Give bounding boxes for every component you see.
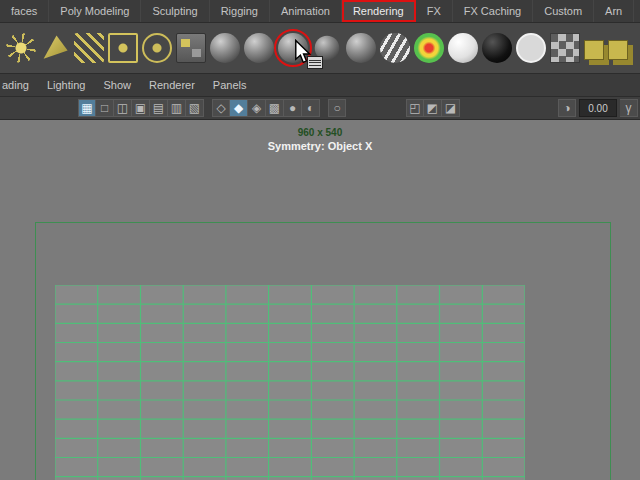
- black-material-sphere-icon[interactable]: [482, 33, 512, 63]
- shelf-overflow-stack-icon[interactable]: [584, 40, 604, 60]
- white-material-sphere-icon[interactable]: [448, 33, 478, 63]
- film-gate-icon[interactable]: □: [96, 99, 114, 117]
- shading-node-icon[interactable]: [176, 33, 206, 63]
- panel-toolbar: ▦□◫▣▤▥▧◇◆◈▩●◐○◰◩◪◑0.00γ: [0, 97, 640, 120]
- exposure-icon[interactable]: ◑: [558, 99, 576, 117]
- grid-icon[interactable]: ▦: [78, 99, 96, 117]
- xray-joints-icon[interactable]: ◪: [442, 99, 460, 117]
- material-sphere-1-icon[interactable]: [210, 33, 240, 63]
- selected-plane-wireframe[interactable]: [55, 285, 525, 480]
- screen-space-ao-icon[interactable]: ○: [328, 99, 346, 117]
- shelf-tab-faces[interactable]: faces: [0, 0, 49, 22]
- use-all-lights-icon[interactable]: ●: [284, 99, 302, 117]
- checker-texture-icon[interactable]: [550, 33, 580, 63]
- viewport-hud: 960 x 540 Symmetry: Object X: [0, 127, 640, 152]
- safe-action-icon[interactable]: ▥: [168, 99, 186, 117]
- viewport[interactable]: 960 x 540 Symmetry: Object X: [0, 120, 640, 480]
- shelf-icon-row: [0, 23, 640, 74]
- shelf-tab-bar: facesPoly ModelingSculptingRiggingAnimat…: [0, 0, 640, 23]
- resolution-hud-label: 960 x 540: [0, 127, 640, 138]
- gamma-icon[interactable]: γ: [620, 99, 638, 117]
- directional-light-icon[interactable]: [74, 33, 104, 63]
- field-chart-icon[interactable]: ▤: [150, 99, 168, 117]
- wireframe-on-shaded-icon[interactable]: ◈: [248, 99, 266, 117]
- material-sphere-5-icon[interactable]: [346, 33, 376, 63]
- material-sphere-3-icon[interactable]: [278, 33, 308, 63]
- menu-panels[interactable]: Panels: [204, 79, 256, 91]
- xray-icon[interactable]: ◩: [424, 99, 442, 117]
- shadows-icon[interactable]: ◐: [302, 99, 320, 117]
- point-light-icon[interactable]: [6, 33, 36, 63]
- safe-title-icon[interactable]: ▧: [186, 99, 204, 117]
- material-sphere-2-icon[interactable]: [244, 33, 274, 63]
- symmetry-hud-label: Symmetry: Object X: [0, 140, 640, 152]
- shelf-tab-rigging[interactable]: Rigging: [210, 0, 270, 22]
- shelf-tab-arn[interactable]: Arn: [594, 0, 634, 22]
- toolbar-group-2: ○: [328, 99, 346, 117]
- isolate-select-icon[interactable]: ◰: [406, 99, 424, 117]
- shelf-tab-animation[interactable]: Animation: [270, 0, 342, 22]
- ramp-shader-sphere-icon[interactable]: [414, 33, 444, 63]
- shelf-tab-fx-caching[interactable]: FX Caching: [453, 0, 533, 22]
- menu-ading[interactable]: ading: [0, 79, 38, 91]
- textured-icon[interactable]: ▩: [266, 99, 284, 117]
- smooth-shade-all-icon[interactable]: ◆: [230, 99, 248, 117]
- layered-shader-sphere-icon[interactable]: [380, 33, 410, 63]
- menu-lighting[interactable]: Lighting: [38, 79, 95, 91]
- menu-show[interactable]: Show: [94, 79, 140, 91]
- shelf-tab-sculpting[interactable]: Sculpting: [141, 0, 209, 22]
- toolbar-group-1: ◇◆◈▩●◐: [212, 99, 320, 117]
- resolution-gate-icon[interactable]: ◫: [114, 99, 132, 117]
- maya-window: facesPoly ModelingSculptingRiggingAnimat…: [0, 0, 640, 480]
- toolbar-group-3: ◰◩◪: [406, 99, 460, 117]
- shelf-tab-fx[interactable]: FX: [416, 0, 453, 22]
- shelf-tab-poly-modeling[interactable]: Poly Modeling: [49, 0, 141, 22]
- toolbar-group-0: ▦□◫▣▤▥▧: [78, 99, 204, 117]
- volume-light-icon[interactable]: [142, 33, 172, 63]
- shelf-tab-custom[interactable]: Custom: [533, 0, 594, 22]
- wireframe-icon[interactable]: ◇: [212, 99, 230, 117]
- panel-menu-bar: adingLightingShowRendererPanels: [0, 74, 640, 97]
- menu-renderer[interactable]: Renderer: [140, 79, 204, 91]
- surface-shader-circle-icon[interactable]: [516, 33, 546, 63]
- material-sphere-4-icon[interactable]: [315, 36, 340, 61]
- shelf-tab-rendering[interactable]: Rendering: [342, 0, 416, 22]
- shelf-overflow-stack-2-icon[interactable]: [608, 40, 628, 60]
- area-light-icon[interactable]: [108, 33, 138, 63]
- toolbar-group-4: ◑0.00γ: [558, 99, 638, 117]
- gate-mask-icon[interactable]: ▣: [132, 99, 150, 117]
- exposure-field[interactable]: 0.00: [579, 99, 617, 117]
- spot-light-icon[interactable]: [40, 33, 70, 63]
